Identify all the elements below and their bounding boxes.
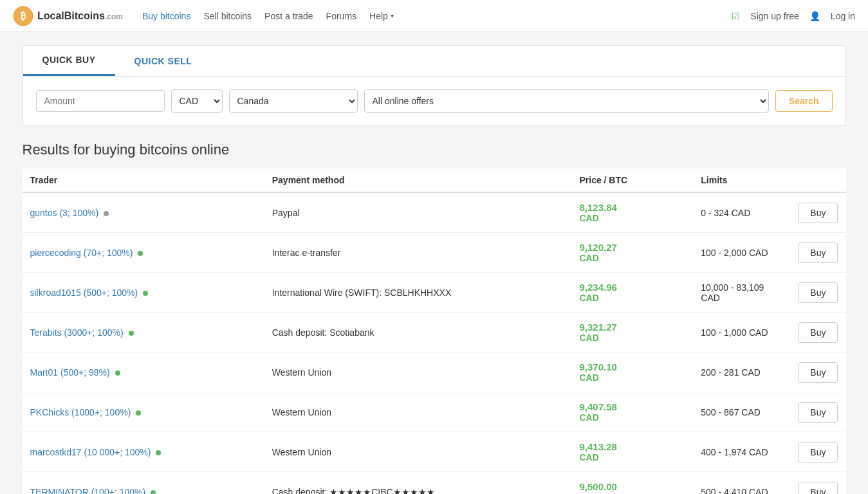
cell-payment-4: Western Union (264, 352, 572, 392)
cell-price-7: 9,500.00 CAD (571, 472, 693, 495)
cell-limits-5: 500 - 867 CAD (693, 392, 790, 432)
price-currency-1: CAD (579, 253, 685, 263)
nav-buy-bitcoins[interactable]: Buy bitcoins (142, 11, 190, 21)
buy-button-5[interactable]: Buy (798, 402, 838, 423)
col-header-limits: Limits (693, 169, 790, 192)
trader-link-2[interactable]: silkroad1015 (500+; 100%) (30, 288, 138, 298)
trader-link-5[interactable]: PKChicks (1000+; 100%) (30, 407, 131, 417)
cell-payment-7: Cash deposit: ★★★★★CIBC★★★★★ (264, 472, 572, 495)
trader-link-6[interactable]: marcostkd17 (10 000+; 100%) (30, 447, 151, 457)
cell-action-1: Buy (790, 233, 845, 273)
cell-action-3: Buy (790, 313, 845, 352)
cell-price-2: 9,234.96 CAD (571, 273, 693, 313)
cell-trader-0: guntos (3; 100%) (23, 192, 264, 233)
trader-link-0[interactable]: guntos (3; 100%) (30, 208, 99, 218)
trader-link-4[interactable]: Mart01 (500+; 98%) (30, 367, 110, 378)
table-row: marcostkd17 (10 000+; 100%) Western Unio… (23, 432, 846, 472)
nav-post-trade[interactable]: Post a trade (264, 11, 313, 21)
table-body: guntos (3; 100%) Paypal 8,123.84 CAD 0 -… (23, 192, 846, 494)
cell-limits-4: 200 - 281 CAD (693, 352, 790, 392)
buy-button-6[interactable]: Buy (798, 442, 838, 462)
search-button[interactable]: Search (775, 90, 833, 112)
cell-price-1: 9,120.27 CAD (571, 233, 693, 273)
price-currency-4: CAD (579, 372, 685, 383)
bitcoin-icon: ₿ (13, 6, 33, 26)
country-select[interactable]: Canada United States United Kingdom Aust… (229, 89, 358, 113)
table-row: Mart01 (500+; 98%) Western Union 9,370.1… (23, 352, 846, 392)
buy-button-3[interactable]: Buy (798, 322, 838, 343)
price-currency-3: CAD (579, 333, 685, 343)
price-currency-5: CAD (579, 412, 685, 423)
online-status-icon-6 (156, 450, 161, 455)
price-currency-2: CAD (579, 293, 685, 303)
cell-payment-0: Paypal (264, 192, 572, 233)
online-status-icon-2 (143, 291, 148, 296)
person-icon: 👤 (809, 11, 820, 21)
online-status-icon-0 (104, 211, 109, 216)
cell-trader-6: marcostkd17 (10 000+; 100%) (23, 432, 264, 472)
amount-input[interactable] (36, 90, 165, 112)
price-value-1: 9,120.27 (579, 242, 685, 253)
buy-button-0[interactable]: Buy (798, 203, 838, 223)
price-value-0: 8,123.84 (579, 202, 685, 213)
tab-quick-buy[interactable]: QUICK BUY (23, 46, 115, 76)
cell-payment-5: Western Union (264, 392, 572, 432)
cell-action-6: Buy (790, 432, 845, 472)
cell-trader-4: Mart01 (500+; 98%) (23, 352, 264, 392)
price-value-5: 9,407.58 (579, 401, 685, 412)
brand-name: LocalBitcoins.com (37, 10, 123, 22)
online-status-icon-5 (136, 410, 141, 416)
cell-price-5: 9,407.58 CAD (571, 392, 693, 432)
offer-type-select[interactable]: All online offers Paypal Interac e-trans… (364, 89, 769, 113)
quick-buy-widget: QUICK BUY QUICK SELL CAD USD EUR GBP AUD… (23, 45, 846, 126)
cell-price-3: 9,321.27 CAD (571, 313, 693, 352)
table-row: silkroad1015 (500+; 100%) International … (23, 273, 846, 313)
price-value-2: 9,234.96 (579, 282, 685, 293)
cell-payment-1: Interac e-transfer (264, 233, 572, 273)
table-row: guntos (3; 100%) Paypal 8,123.84 CAD 0 -… (23, 192, 846, 233)
cell-action-0: Buy (790, 192, 845, 233)
cell-action-7: Buy (790, 472, 845, 495)
table-header: Trader Payment method Price / BTC Limits (23, 169, 846, 192)
widget-body: CAD USD EUR GBP AUD Canada United States… (23, 77, 845, 125)
buy-button-2[interactable]: Buy (798, 282, 838, 303)
cell-price-6: 9,413.28 CAD (571, 432, 693, 472)
online-status-icon-1 (138, 251, 143, 256)
nav-sell-bitcoins[interactable]: Sell bitcoins (203, 11, 252, 21)
signup-link[interactable]: Sign up free (750, 11, 799, 21)
cell-trader-3: Terabits (3000+; 100%) (23, 313, 264, 352)
brand-logo[interactable]: ₿ LocalBitcoins.com (13, 6, 123, 26)
col-header-price: Price / BTC (571, 169, 693, 192)
nav-forums[interactable]: Forums (326, 11, 356, 21)
results-title: Results for buying bitcoins online (23, 142, 846, 158)
cell-action-2: Buy (790, 273, 845, 313)
online-status-icon-3 (129, 331, 134, 336)
table-row: TERMINATOR (100+; 100%) Cash deposit: ★★… (23, 472, 846, 495)
cell-limits-1: 100 - 2,000 CAD (693, 233, 790, 273)
cell-payment-3: Cash deposit: Scotiabank (264, 313, 572, 352)
buy-button-1[interactable]: Buy (798, 242, 838, 263)
nav-help[interactable]: Help ▾ (369, 11, 394, 21)
trader-link-3[interactable]: Terabits (3000+; 100%) (30, 327, 124, 338)
cell-action-4: Buy (790, 352, 845, 392)
price-value-4: 9,370.10 (579, 361, 685, 372)
buy-button-4[interactable]: Buy (798, 362, 838, 383)
tab-quick-sell[interactable]: QUICK SELL (115, 46, 212, 76)
currency-select[interactable]: CAD USD EUR GBP AUD (171, 89, 223, 113)
main-content: QUICK BUY QUICK SELL CAD USD EUR GBP AUD… (10, 32, 859, 494)
checkmark-icon: ☑ (732, 11, 740, 21)
widget-tabs: QUICK BUY QUICK SELL (23, 46, 845, 77)
table-row: Terabits (3000+; 100%) Cash deposit: Sco… (23, 313, 846, 352)
buy-button-7[interactable]: Buy (798, 482, 838, 495)
login-link[interactable]: Log in (831, 11, 855, 21)
trade-table: Trader Payment method Price / BTC Limits… (23, 169, 846, 494)
cell-action-5: Buy (790, 392, 845, 432)
col-header-trader: Trader (23, 169, 264, 192)
cell-trader-1: piercecoding (70+; 100%) (23, 233, 264, 273)
trader-link-7[interactable]: TERMINATOR (100+; 100%) (30, 487, 146, 495)
nav-links: Buy bitcoins Sell bitcoins Post a trade … (142, 11, 732, 21)
col-header-action (790, 169, 845, 192)
nav-right: ☑ Sign up free 👤 Log in (732, 11, 855, 21)
trader-link-1[interactable]: piercecoding (70+; 100%) (30, 248, 133, 258)
price-value-7: 9,500.00 (579, 481, 685, 492)
